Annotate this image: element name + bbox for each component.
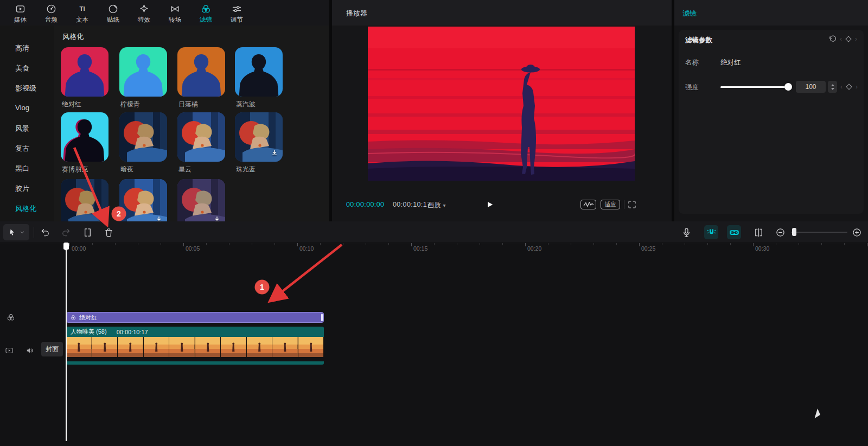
keyframe-prev-icon: ‹ xyxy=(840,83,843,91)
cover-button[interactable]: 封面 xyxy=(41,342,63,356)
divider xyxy=(34,227,34,238)
text-icon: TI xyxy=(76,3,88,15)
tab-filter[interactable]: 滤镜 xyxy=(682,9,697,18)
playhead-line xyxy=(66,247,67,441)
filter-thumb-赛博朋克[interactable] xyxy=(61,112,108,162)
sidebar-item-1[interactable]: 美食 xyxy=(15,63,29,73)
ruler-label: 00:10 xyxy=(299,245,314,252)
adjust-icon xyxy=(231,3,243,15)
nav-sticker[interactable]: 贴纸 xyxy=(98,3,129,23)
video-clip-title: 人物唯美 (58) xyxy=(71,328,107,336)
filter-name-label: 日落橘 xyxy=(178,100,198,109)
ruler-tick xyxy=(480,243,480,245)
filter-thumb-绝对红[interactable] xyxy=(61,47,108,97)
ruler-tick xyxy=(320,243,321,245)
nav-text[interactable]: TI文本 xyxy=(67,3,98,23)
undo-button[interactable] xyxy=(38,225,52,239)
sidebar-item-7[interactable]: 胶片 xyxy=(15,184,29,194)
link-preview-toggle[interactable] xyxy=(727,225,741,239)
delete-button[interactable] xyxy=(101,225,116,239)
reset-button[interactable] xyxy=(828,35,838,44)
ruler-label: 00:25 xyxy=(641,245,655,252)
player-panel: 播放器 00:0 xyxy=(332,0,672,221)
nav-filter[interactable]: 滤镜 xyxy=(190,3,221,23)
filter-thumb-星云[interactable] xyxy=(177,112,225,162)
sidebar-item-0[interactable]: 高清 xyxy=(15,43,29,53)
video-clip-header: 人物唯美 (58) 00:00:10:17 xyxy=(66,327,324,337)
media-icon xyxy=(15,3,27,15)
strength-slider-handle[interactable] xyxy=(784,83,792,91)
sidebar-item-4[interactable]: 风景 xyxy=(15,124,29,133)
ruler-label: 00:20 xyxy=(527,245,541,252)
nav-audio[interactable]: 音频 xyxy=(36,3,67,23)
ruler-tick xyxy=(502,243,503,245)
auto-snap-toggle[interactable] xyxy=(704,225,718,239)
fit-button[interactable]: 适应 xyxy=(601,200,620,209)
record-voiceover-button[interactable] xyxy=(679,225,693,239)
select-tool-button[interactable] xyxy=(3,224,29,240)
microphone-icon xyxy=(681,227,692,238)
waveform-icon xyxy=(583,201,595,208)
sidebar-item-8[interactable]: 风格化 xyxy=(15,204,36,214)
nav-media[interactable]: 媒体 xyxy=(5,3,36,23)
filter-thumb-日落橘[interactable] xyxy=(177,47,225,97)
ruler-tick xyxy=(571,243,571,245)
filter-name-label: 柠檬青 xyxy=(120,100,140,109)
chevron-down-icon xyxy=(19,229,25,235)
timeline-zoom-handle[interactable] xyxy=(792,228,796,236)
ruler-tick xyxy=(275,243,275,245)
sidebar-item-6[interactable]: 黑白 xyxy=(15,164,29,174)
nav-adjust[interactable]: 调节 xyxy=(221,3,252,23)
ruler-tick xyxy=(411,243,412,246)
stepper-up-icon[interactable] xyxy=(831,84,834,86)
timeline-ruler[interactable]: 00:0000:0500:1000:1500:2000:2500:30 xyxy=(0,243,868,254)
time-current: 00:00:00:00 xyxy=(346,201,384,208)
fullscreen-button[interactable] xyxy=(627,200,637,209)
redo-button[interactable] xyxy=(59,225,73,239)
ruler-tick xyxy=(457,243,457,245)
sidebar-item-2[interactable]: 影视级 xyxy=(15,84,36,93)
waveform-toggle-button[interactable] xyxy=(580,200,596,209)
video-clip[interactable]: 人物唯美 (58) 00:00:10:17 xyxy=(66,327,324,365)
timeline-zoom-out-button[interactable] xyxy=(773,225,787,239)
ruler-tick xyxy=(525,243,526,246)
filmstrip-frame xyxy=(247,337,273,357)
timeline-panel: 00:0000:0500:1000:1500:2000:2500:30 封面 绝… xyxy=(0,221,868,446)
ruler-tick xyxy=(229,243,229,245)
filter-name-label: 赛博朋克 xyxy=(62,165,88,174)
timeline-zoom-slider[interactable] xyxy=(791,232,847,233)
play-button[interactable] xyxy=(482,197,496,212)
nav-transition[interactable]: 转场 xyxy=(159,3,190,23)
strength-input[interactable]: 100 xyxy=(796,81,826,93)
timeline-zoom-in-button[interactable] xyxy=(850,225,864,239)
filter-thumb-蒸汽波[interactable] xyxy=(235,47,283,97)
hide-track-icon[interactable] xyxy=(4,346,14,358)
preview-axis-button[interactable] xyxy=(751,225,765,239)
video-editor-app: 媒体音频TI文本贴纸特效转场滤镜调节 高清美食影视级Vlog风景复古黑白胶片风格… xyxy=(0,0,868,446)
player-header: 播放器 xyxy=(332,0,672,26)
nav-effects[interactable]: 特效 xyxy=(129,3,159,23)
sticker-icon xyxy=(107,3,119,15)
split-button[interactable] xyxy=(80,225,94,239)
stepper-down-icon[interactable] xyxy=(831,88,834,90)
strength-stepper[interactable] xyxy=(828,81,837,93)
strength-slider[interactable] xyxy=(720,86,788,88)
filmstrip-frame xyxy=(144,337,170,357)
sidebar-item-5[interactable]: 复古 xyxy=(15,144,29,154)
chevron-down-icon: ▾ xyxy=(443,202,445,208)
sidebar-item-3[interactable]: Vlog xyxy=(15,104,29,112)
ruler-tick xyxy=(821,243,822,245)
ruler-tick xyxy=(548,243,548,245)
filter-clip[interactable]: 绝对红 xyxy=(66,312,324,323)
mute-track-icon[interactable] xyxy=(25,346,35,358)
download-icon xyxy=(154,215,164,221)
video-preview xyxy=(368,27,635,181)
playhead-handle[interactable] xyxy=(63,243,69,250)
inspector-panel: 滤镜 滤镜参数 ‹ › 名称 绝对红 强度 100 ‹ › xyxy=(674,0,868,221)
ruler-tick xyxy=(388,243,389,245)
trash-icon xyxy=(103,227,114,238)
filter-thumb-柠檬青[interactable] xyxy=(119,47,167,97)
keyframe-next-icon: › xyxy=(856,83,858,91)
quality-dropdown[interactable]: 画质 ▾ xyxy=(427,201,446,210)
filter-thumb-暗夜[interactable] xyxy=(119,112,167,162)
